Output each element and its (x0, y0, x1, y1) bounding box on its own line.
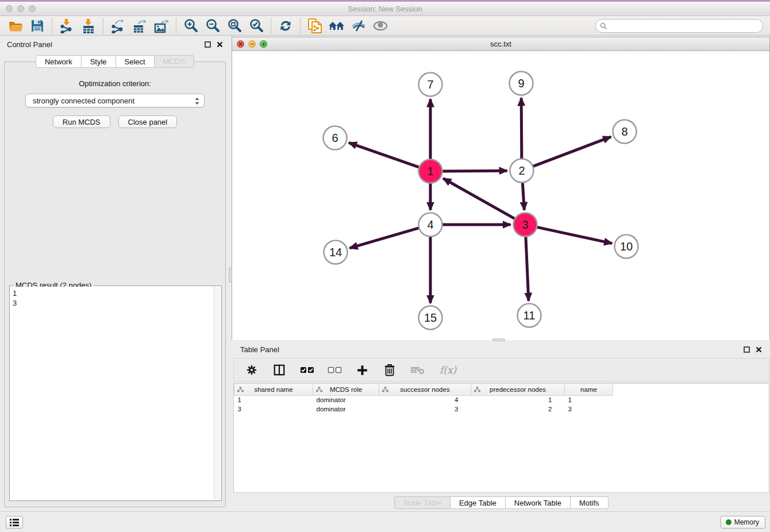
graph-node-label: 10 (620, 240, 633, 253)
network-view-window: scc.txt 7968124314101511 (232, 37, 770, 340)
import-network-icon (59, 18, 74, 33)
show-all-networks-button[interactable] (326, 17, 348, 34)
control-tab-style[interactable]: Style (82, 55, 116, 68)
optimization-criterion-value: strongly connected component (33, 97, 134, 105)
graph-node-label: 6 (332, 132, 338, 144)
table-row[interactable]: 3dominator323 (234, 404, 613, 414)
table-toolbar: f(x) (233, 358, 769, 382)
memory-status-dot (726, 519, 732, 525)
fx-icon: f(x) (438, 363, 459, 377)
float-panel-icon[interactable] (205, 41, 211, 48)
column-header-name[interactable]: name (565, 384, 613, 395)
columns-icon (273, 364, 286, 376)
eye-icon (372, 20, 388, 32)
plus-icon (356, 364, 368, 376)
import-network-button[interactable] (56, 17, 78, 34)
toolbar-separator (103, 18, 103, 33)
close-panel-icon[interactable] (756, 346, 762, 353)
network-window-title: scc.txt (232, 40, 769, 48)
add-column-button[interactable] (355, 363, 369, 377)
toolbar-separator (176, 18, 176, 33)
control-tab-select[interactable]: Select (116, 55, 155, 68)
memory-button[interactable]: Memory (721, 516, 765, 529)
zoom-out-button[interactable] (202, 17, 224, 34)
graph-edge-1-6[interactable] (349, 142, 420, 167)
graph-node-label: 14 (329, 246, 342, 259)
trash-icon (384, 364, 395, 376)
node-table-container: shared nameMCDS rolesuccessor nodesprede… (233, 383, 769, 493)
table-settings-button[interactable] (244, 363, 259, 377)
column-header-label: name (580, 386, 597, 393)
table-cell: 4 (379, 395, 471, 404)
task-history-button[interactable] (6, 516, 23, 529)
table-tab-edge-table[interactable]: Edge Table (451, 496, 506, 509)
column-header-MCDS-role[interactable]: MCDS role (313, 384, 379, 395)
export-network-icon (110, 18, 125, 33)
column-header-predecessor-nodes[interactable]: predecessor nodes (471, 384, 565, 395)
control-panel-title: Control Panel (7, 40, 205, 49)
search-input[interactable] (610, 20, 763, 32)
graph-edge-2-9[interactable] (521, 98, 522, 160)
toolbar-separator (271, 18, 271, 33)
table-panel: Table Panel (233, 342, 770, 511)
zoom-fit-icon (227, 18, 242, 33)
hierarchy-icon (474, 387, 480, 392)
save-session-button[interactable] (26, 17, 48, 34)
export-network-button[interactable] (107, 17, 129, 34)
toolbar-separator (52, 18, 52, 33)
zoom-in-button[interactable] (180, 17, 202, 34)
hide-panel-button[interactable] (348, 17, 369, 34)
column-header-shared-name[interactable]: shared name (234, 384, 313, 395)
show-columns-button[interactable] (272, 363, 287, 377)
open-session-button[interactable] (5, 17, 26, 34)
float-panel-icon[interactable] (744, 346, 750, 353)
export-image-button[interactable] (151, 17, 172, 34)
select-all-button[interactable] (299, 363, 314, 377)
import-table-button[interactable] (78, 17, 99, 34)
graph-edge-4-14[interactable] (349, 228, 420, 248)
network-canvas[interactable]: 7968124314101511 (232, 51, 769, 340)
save-icon (30, 19, 44, 33)
column-header-successor-nodes[interactable]: successor nodes (379, 384, 471, 395)
column-header-label: predecessor nodes (490, 386, 546, 393)
deselect-all-button[interactable] (327, 363, 342, 377)
table-tab-node-table[interactable]: Node Table (394, 496, 451, 509)
graph-edge-1-2[interactable] (441, 171, 507, 171)
delete-column-button[interactable] (382, 363, 397, 377)
graph-edge-2-8[interactable] (532, 137, 611, 167)
run-mcds-button[interactable]: Run MCDS (53, 115, 110, 128)
horizontal-splitter-grip[interactable] (492, 338, 505, 341)
table-tab-network-table[interactable]: Network Table (506, 496, 571, 509)
table-row[interactable]: 1dominator411 (234, 395, 613, 404)
graph-edge-2-3[interactable] (522, 181, 524, 210)
close-panel-button[interactable]: Close panel (118, 115, 178, 128)
column-header-label: successor nodes (400, 386, 449, 393)
control-panel-tabs: NetworkStyleSelectMCDS (0, 55, 230, 68)
apply-layout-button[interactable] (275, 17, 297, 34)
graph-edge-3-11[interactable] (526, 235, 529, 300)
inactive-eye-button[interactable] (369, 17, 391, 34)
zoom-selected-button[interactable] (245, 17, 267, 34)
column-header-label: shared name (254, 386, 292, 393)
control-tab-network[interactable]: Network (36, 55, 82, 68)
panel-splitter-grip[interactable] (229, 268, 232, 283)
optimization-criterion-select[interactable]: strongly connected component (25, 94, 205, 107)
search-field[interactable] (595, 19, 763, 33)
control-tab-mcds[interactable]: MCDS (155, 55, 194, 68)
table-cell: 3 (379, 404, 471, 414)
export-image-icon (154, 18, 170, 33)
graph-node-label: 11 (523, 309, 536, 322)
graph-edge-3-10[interactable] (536, 227, 612, 244)
mcds-result-text[interactable]: 1 3 (10, 287, 214, 500)
table-cell: 1 (471, 395, 565, 404)
zoom-fit-button[interactable] (224, 17, 245, 34)
delete-table-icon (410, 365, 425, 375)
table-cell: 1 (234, 395, 313, 404)
close-panel-icon[interactable] (217, 41, 223, 48)
new-network-from-selection-button[interactable] (304, 17, 326, 34)
table-tab-motifs[interactable]: Motifs (571, 496, 609, 509)
zoom-out-icon (205, 18, 220, 33)
export-table-button[interactable] (129, 17, 151, 34)
graph-edge-3-1[interactable] (443, 179, 516, 219)
result-scrollbar[interactable] (214, 287, 221, 500)
